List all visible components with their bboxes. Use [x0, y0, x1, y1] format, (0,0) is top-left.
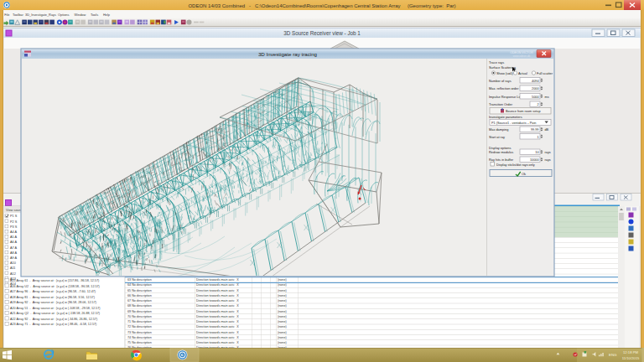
svg-text:12:18 PM: 12:18 PM — [623, 350, 638, 354]
svg-text:(none): (none) — [278, 336, 287, 339]
svg-text:67 No description: 67 No description — [127, 299, 152, 303]
svg-text:(none): (none) — [278, 331, 287, 334]
svg-text:Help: Help — [103, 13, 110, 17]
svg-text:Show (s=0): Show (s=0) — [496, 71, 513, 75]
svg-text:Window: Window — [75, 13, 86, 17]
svg-text:Direction towards main axis:: Direction towards main axis: X — [196, 325, 239, 328]
svg-text:A6 A: A6 A — [10, 240, 17, 244]
svg-text:Direction towards main axis:: Direction towards main axis: X — [196, 304, 239, 308]
svg-text:Transition Order: Transition Order — [489, 102, 513, 106]
svg-text:Full scatter: Full scatter — [537, 71, 553, 75]
svg-text:(none): (none) — [278, 315, 287, 318]
svg-text:Direction towards main axis:: Direction towards main axis: X — [196, 315, 239, 318]
svg-text:68 No description: 68 No description — [127, 304, 152, 308]
svg-text:5000: 5000 — [532, 96, 538, 99]
svg-text:(none): (none) — [278, 294, 287, 297]
svg-text:69 No description: 69 No description — [127, 310, 152, 313]
svg-text:Direction towards main axis:: Direction towards main axis: X — [196, 294, 239, 297]
svg-text:A23 Array 71 - Array source: A23 Array 71 - Array source at: (x,y,z) … — [10, 323, 96, 326]
svg-text:99.99: 99.99 — [531, 128, 539, 132]
svg-text:10: 10 — [535, 151, 538, 154]
svg-text:Direction towards main axis:: Direction towards main axis: X — [196, 283, 239, 287]
svg-text:(none): (none) — [278, 304, 287, 308]
svg-text:(none): (none) — [278, 310, 287, 313]
svg-text:66 No description: 66 No description — [127, 294, 152, 297]
svg-text:2: 2 — [537, 103, 538, 106]
svg-text:Direction towards main axis:: Direction towards main axis: X — [196, 336, 239, 339]
svg-text:Actual: Actual — [518, 71, 527, 75]
svg-text:11/10/2015: 11/10/2015 — [622, 356, 640, 360]
svg-text:A18 Array 81 - Array source: A18 Array 81 - Array source at: (x,y,z) … — [10, 296, 95, 299]
svg-text:A12: A12 — [10, 272, 16, 276]
svg-text:Display options: Display options — [489, 146, 511, 150]
svg-text:A19 Array 92 - Array source: A19 Array 92 - Array source at: (x,y,z) … — [10, 301, 96, 304]
svg-text:(none): (none) — [278, 283, 287, 287]
svg-text:A5 A: A5 A — [10, 235, 17, 239]
svg-text:P2 S: P2 S — [10, 220, 18, 224]
svg-text:A15 Array 61 - Array source: A15 Array 61 - Array source at: (x,y,z) … — [10, 279, 99, 282]
svg-text:ms: ms — [545, 96, 549, 99]
svg-text:rays: rays — [545, 158, 551, 162]
svg-text:2000: 2000 — [532, 87, 538, 90]
svg-text:ENG: ENG — [609, 353, 617, 357]
svg-text:(none): (none) — [278, 278, 287, 282]
svg-text:Investigate parameters: Investigate parameters — [489, 115, 522, 119]
svg-text:A8 A: A8 A — [10, 251, 17, 255]
svg-text:Ok: Ok — [522, 172, 526, 176]
svg-text:www.odeon.dk: www.odeon.dk — [513, 54, 531, 58]
svg-text:P1 S: P1 S — [10, 215, 18, 218]
svg-text:10000: 10000 — [530, 158, 539, 162]
svg-text:A22 Array 92 - Array source: A22 Array 92 - Array source at: (x,y,z) … — [10, 318, 97, 321]
svg-text:1: 1 — [537, 136, 538, 139]
svg-text:64 No description: 64 No description — [127, 283, 152, 287]
svg-text:(none): (none) — [278, 320, 287, 323]
svg-text:Toolbar: Toolbar — [13, 13, 23, 17]
svg-text:Tools: Tools — [91, 13, 98, 17]
svg-text:A21 Array Q2 - Array source: A21 Array Q2 - Array source at: (x,y,z) … — [10, 312, 100, 315]
svg-text:(none): (none) — [278, 289, 287, 292]
svg-text:Trace rays: Trace rays — [489, 60, 504, 65]
svg-text:Options: Options — [58, 13, 69, 17]
svg-text:73 No description: 73 No description — [127, 331, 152, 334]
svg-text:Max damping: Max damping — [489, 127, 508, 132]
svg-text:Ray hits in buffer: Ray hits in buffer — [489, 158, 514, 162]
svg-text:File: File — [4, 13, 9, 17]
svg-text:4094: 4094 — [532, 80, 538, 83]
svg-text:3D_Investigate_Rays: 3D_Investigate_Rays — [25, 13, 56, 17]
svg-text:A9 A: A9 A — [10, 256, 17, 260]
svg-text:Max. reflection order: Max. reflection order — [489, 86, 519, 90]
svg-text:P3 S: P3 S — [10, 225, 18, 229]
svg-text:(none): (none) — [278, 299, 287, 303]
svg-text:ODEON 14/03 Combined - C:\: ODEON 14/03 Combined - C:\Odeon14Combine… — [188, 3, 455, 8]
svg-text:72 No description: 72 No description — [127, 325, 152, 328]
svg-text:Start at ray: Start at ray — [489, 135, 505, 139]
svg-text:Direction towards main axis:: Direction towards main axis: X — [196, 320, 239, 323]
svg-text:(none): (none) — [278, 341, 287, 344]
svg-text:Direction towards main axis:: Direction towards main axis: X — [196, 310, 239, 313]
svg-text:Direction towards main axis:: Direction towards main axis: X — [196, 341, 239, 344]
svg-text:3D Source Receiver view - Job: 3D Source Receiver view - Job 1 — [283, 30, 361, 36]
svg-text:A7 A: A7 A — [10, 246, 17, 250]
svg-text:(none): (none) — [278, 325, 287, 328]
svg-text:A4 A: A4 A — [10, 230, 17, 234]
svg-text:A20 Array 51 - Array source: A20 Array 51 - Array source at: (x,y,z) … — [10, 307, 100, 310]
svg-text:Redraw modulus: Redraw modulus — [489, 150, 513, 154]
svg-text:dB: dB — [545, 128, 549, 132]
svg-text:75 No description: 75 No description — [127, 341, 152, 344]
svg-text:A11: A11 — [10, 266, 15, 270]
svg-text:Number of rays: Number of rays — [489, 79, 512, 83]
svg-text:65 No description: 65 No description — [127, 289, 152, 292]
svg-text:Direction towards main axis:: Direction towards main axis: X — [196, 289, 239, 292]
svg-text:Direction towards main axis:: Direction towards main axis: X — [196, 278, 239, 282]
svg-text:Bounce from room setup: Bounce from room setup — [506, 110, 541, 113]
svg-text:Direction towards main axis:: Direction towards main axis: X — [196, 331, 239, 334]
svg-text:View sourc: View sourc — [6, 208, 22, 212]
svg-text:3D Investigate ray tracing: 3D Investigate ray tracing — [258, 51, 318, 57]
svg-text:Display sticks/dot rays only: Display sticks/dot rays only — [496, 163, 535, 167]
svg-text:A10: A10 — [10, 261, 16, 265]
svg-text:70 No description: 70 No description — [127, 315, 152, 318]
svg-text:Surface Scattering: Surface Scattering — [489, 65, 516, 70]
svg-text:71 No description: 71 No description — [127, 320, 152, 323]
svg-text:74 No description: 74 No description — [127, 336, 152, 339]
svg-text:rays: rays — [545, 151, 551, 154]
